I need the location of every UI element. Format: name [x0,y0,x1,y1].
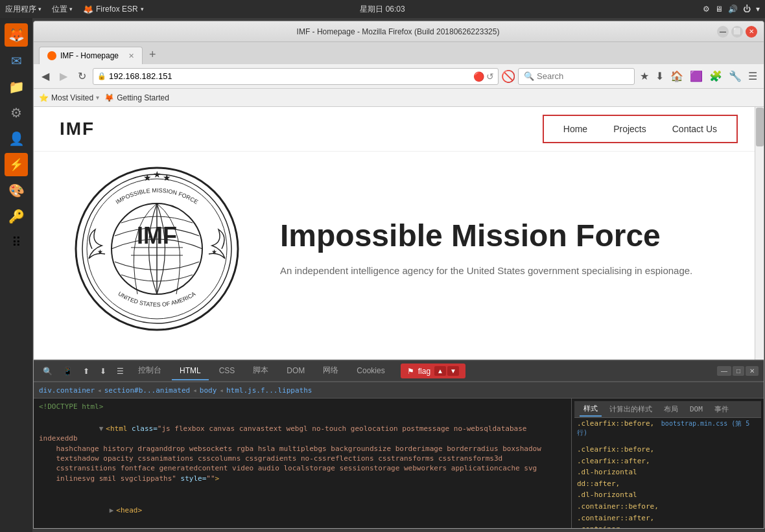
html-panel[interactable]: <!DOCTYPE html> ▼<html class="js flexbox… [34,399,572,528]
home-icon[interactable]: 🏠 [668,69,686,84]
search-input[interactable] [537,71,628,81]
firefox-menu[interactable]: 🦊 Firefox ESR ▾ [83,5,144,14]
refresh-icon[interactable]: ↺ [486,71,494,82]
breadcrumb-item2[interactable]: section#b...animated [104,386,190,395]
user-icon: 👤 [8,131,25,146]
sidebar-icon-security[interactable]: 🔑 [5,205,28,228]
power-arrow: ▾ [756,5,760,14]
devtools-tab-scripts[interactable]: 脚本 [245,361,276,381]
tab-close-button[interactable]: ✕ [128,52,134,60]
reload-button[interactable]: ↻ [74,67,90,85]
html-head: ▶<head> [36,494,569,528]
breadcrumb-item3[interactable]: body [200,386,217,395]
svg-text:IMPOSSIBLE MISSION FORCE: IMPOSSIBLE MISSION FORCE [115,187,200,205]
devtools-responsive-btn[interactable]: 📱 [59,364,76,378]
firefox-arrow: ▾ [141,6,144,12]
nav-projects[interactable]: Projects [613,124,646,134]
maximize-button[interactable]: ⬜ [731,26,743,38]
svg-text:★: ★ [163,172,171,183]
files-icon: 📁 [8,79,25,95]
devtools-menu-btn[interactable]: ☰ [113,364,128,378]
bookmarks-bar: ⭐ Most Visited ▾ 🦊 Getting Started [34,89,764,107]
html-expand1[interactable]: ▼ [99,424,104,433]
forward-button[interactable]: ▶ [56,67,71,85]
breadcrumb-sep3: ◂ [219,386,224,395]
tab-bar: IMF - Homepage ✕ + [34,42,764,64]
devtools-tab-console[interactable]: 控制台 [130,361,169,381]
svg-text:★: ★ [97,248,103,255]
bookmark-star-icon[interactable]: ★ [637,69,652,84]
breadcrumb-item1[interactable]: div.container [39,386,95,395]
sidebar-icon-colors[interactable]: 🎨 [5,179,28,202]
scrollbar[interactable] [755,107,764,360]
sidebar-icon-user[interactable]: 👤 [5,127,28,150]
styles-tab-computed[interactable]: 计算出的样式 [606,402,656,416]
devtools-tab-cookies[interactable]: Cookies [349,362,392,380]
html-head-expand[interactable]: ▶ [110,506,114,515]
devtools-close[interactable]: ✕ [746,366,759,376]
content-area: IMF - Homepage - Mozilla Firefox (Build … [32,18,765,532]
new-tab-button[interactable]: + [144,45,161,64]
devtools-tab-html[interactable]: HTML [172,362,209,380]
devtools-chevron-btn[interactable]: ⬇ [96,364,110,378]
pocket-icon[interactable]: 🟪 [687,69,705,84]
styles-tab-events[interactable]: 事件 [711,402,733,416]
firefox-sidebar-icon: 🦊 [8,27,25,43]
devtools-tab-css[interactable]: CSS [211,362,243,380]
css-line6: .container::before, [577,501,759,513]
devtools-pick-btn[interactable]: ⬆ [79,364,93,378]
extension1-icon[interactable]: 🧩 [707,69,725,84]
title-bar: IMF - Homepage - Mozilla Firefox (Build … [34,21,764,42]
location-arrow: ▾ [69,6,73,12]
scroll-thumb[interactable] [756,108,764,146]
devtools-collapse2[interactable]: □ [733,366,744,376]
styles-tab-styles[interactable]: 样式 [580,402,602,417]
app-menu[interactable]: 应用程序 ▾ [5,4,41,15]
flag-icon: ⚑ [407,367,414,376]
html-doctype: <!DOCTYPE html> [36,401,569,413]
apps-icon: ⠿ [12,235,21,250]
nav-contact[interactable]: Contact Us [672,124,717,134]
styles-tab-dom[interactable]: DOM [686,403,707,415]
nav-home[interactable]: Home [563,124,587,134]
back-button[interactable]: ◀ [38,67,53,85]
extension2-icon[interactable]: 🔧 [726,69,744,84]
flag-arrows: ▲ ▼ [434,366,459,376]
sidebar-icon-files[interactable]: 📁 [5,75,28,98]
html-open-tag: ▼<html class="js flexbox canvas canvaste… [36,413,569,494]
flag-up-btn[interactable]: ▲ [434,366,446,376]
menu-icon[interactable]: ☰ [746,69,760,84]
devtools-tab-network[interactable]: 网络 [315,361,346,381]
color-icon: 🎨 [8,183,25,198]
devtools-collapse1[interactable]: — [717,366,731,376]
speaker-icon: 🔊 [728,5,738,14]
sidebar-icon-apps[interactable]: ⠿ [5,231,28,254]
close-button[interactable]: ✕ [746,26,757,38]
sidebar-icon-settings[interactable]: ⚙ [5,101,28,124]
most-visited-icon: ⭐ [39,93,49,102]
sidebar-icon-mail[interactable]: ✉ [5,49,28,73]
styles-tab-layout[interactable]: 布局 [660,402,682,416]
tab-imf-homepage[interactable]: IMF - Homepage ✕ [39,47,143,64]
bookmark-getting-started[interactable]: 🦊 Getting Started [104,93,169,102]
save-page-icon[interactable]: ⬇ [653,69,666,84]
location-menu[interactable]: 位置 ▾ [52,4,73,15]
browser-content: IMF Home Projects Contact Us [34,107,764,360]
sidebar-icon-firefox[interactable]: 🦊 [5,23,28,47]
svg-text:★: ★ [153,169,161,179]
imf-header: IMF Home Projects Contact Us [34,107,764,152]
network-icon: ⚙ [703,5,710,14]
address-input[interactable] [109,71,471,81]
flag-down-btn[interactable]: ▼ [447,366,459,376]
devtools-panel: 🔍 📱 ⬆ ⬇ ☰ 控制台 HTML CSS 脚本 DOM 网络 Cookies… [34,360,764,528]
devtools-inspect-btn[interactable]: 🔍 [39,364,56,378]
sidebar-icon-orange[interactable]: ⚡ [5,153,28,176]
minimize-button[interactable]: — [717,26,729,38]
bookmark-most-visited[interactable]: ⭐ Most Visited ▾ [39,93,99,102]
breadcrumb-item4[interactable]: html.js.f...lippaths [226,386,312,395]
devtools-tab-dom[interactable]: DOM [279,362,312,380]
app-menu-arrow: ▾ [38,6,41,12]
search-bar[interactable]: 🔍 [518,68,635,85]
address-bar[interactable]: 🔒 🔴 ↺ [93,68,499,85]
blocked-icon: 🚫 [501,69,515,84]
